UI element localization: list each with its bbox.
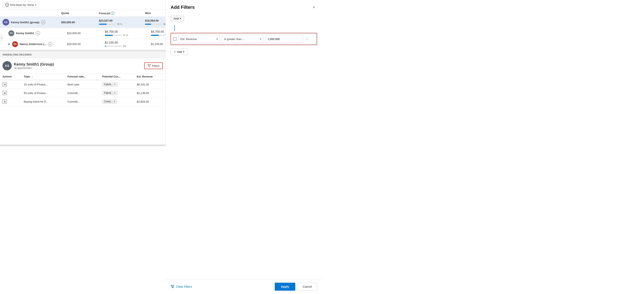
row-kenny[interactable]: KS Kenny Smith1 + $10,000.00 $4,700.00 4…	[0, 28, 165, 39]
row-nancy[interactable]: ▶ NA Nancy Anderrson (... + $20,000.00 $…	[0, 39, 165, 50]
progress-bar-kenny: 47 %	[105, 34, 151, 36]
name-nancy: Nancy Anderrson (...	[20, 42, 46, 46]
panel-title: Add Filters	[170, 4, 195, 10]
topic-2: 55 units of Produc...	[21, 89, 65, 97]
and-label: And	[174, 17, 178, 20]
customer-chip-2: Fabrik... ×	[102, 91, 117, 95]
topic-1: 15 units of Produc...	[21, 80, 65, 89]
col-topic[interactable]: Topic ↑	[21, 73, 65, 80]
forecast-cat-1: Best case	[65, 80, 100, 89]
progress-fill-3	[105, 46, 106, 47]
more-options-button[interactable]: ···	[305, 37, 310, 41]
forecast-cat-2: Committ...	[65, 89, 100, 97]
action-icon-1[interactable]: ⊞	[2, 82, 7, 86]
remove-customer-2[interactable]: ×	[114, 91, 116, 94]
col-won: Won	[145, 11, 166, 15]
progress-bar-nancy: 6%	[105, 45, 151, 47]
col-quota: Quota	[61, 11, 99, 15]
col-potential-cus: Potential Cus...	[100, 73, 134, 80]
filter-condition-row: Est. Revenue ▾ Is greater than ... ▾ ···	[170, 33, 317, 45]
add-icon-kenny[interactable]: +	[36, 31, 40, 35]
close-button[interactable]: ×	[311, 4, 317, 10]
filter-field-label: Est. Revenue	[180, 37, 197, 41]
drill-down-button[interactable]: + Drill down by: None ▾	[2, 2, 39, 8]
progress-track-2	[105, 35, 122, 36]
won-track-2	[151, 35, 166, 36]
filter-value-input[interactable]	[265, 35, 303, 43]
filter-checkbox[interactable]	[173, 37, 176, 41]
group-row-kenny[interactable]: KS Kenny Smith1 (group) + $50,000.00 $23…	[0, 17, 165, 28]
forecast-cat-3: Committ...	[65, 97, 100, 106]
horizontal-scrollbar-bottom[interactable]	[0, 144, 166, 146]
action-icon-2[interactable]: ⊞	[2, 91, 7, 95]
revenue-1: $6,331.00	[134, 80, 165, 89]
filter-operator-select[interactable]: Is greater than ... ▾	[222, 35, 264, 43]
info-icon[interactable]: i	[111, 11, 114, 15]
action-icon-3[interactable]: ⊞	[2, 99, 7, 104]
col-est-revenue: Est. Revenue	[134, 73, 165, 80]
won-val-kenny-group: 36	[163, 23, 166, 25]
table-header: Quota Forecast i Won	[0, 10, 165, 17]
pct-label-kenny: 47 %	[123, 34, 128, 36]
table-row: ⊞ 15 units of Produc... Best case Fabrik…	[0, 80, 165, 89]
underlying-section-label: UNDERLYING RECORDS	[0, 51, 165, 58]
won-amount-kenny: $4,700.00	[151, 30, 166, 33]
forecast-amount-kenny-group: $23,027.00	[99, 19, 145, 22]
data-table-container: Actions Topic ↑ Forecast cate... Potenti…	[0, 73, 165, 106]
remove-customer-1[interactable]: ×	[114, 83, 116, 86]
progress-fill	[99, 24, 107, 25]
entity-text: Kenny Smith1 (Group) All opportunities	[14, 62, 54, 69]
customer-chip-1: Fabrik... ×	[102, 82, 117, 86]
filter-operator-label: Is greater than ...	[224, 37, 244, 41]
avatar-entity: KS	[2, 61, 12, 70]
person-cell-nancy: ▶ NA Nancy Anderrson (... +	[8, 41, 67, 47]
progress-fill-2	[105, 35, 113, 36]
filter-field-select[interactable]: Est. Revenue ▾	[178, 35, 220, 43]
add-plus-icon: +	[174, 50, 176, 53]
remove-customer-3[interactable]: ×	[114, 100, 115, 103]
add-condition-button[interactable]: + Add ▾	[170, 48, 188, 55]
forecast-amount-nancy: $1,155.00	[105, 41, 151, 44]
progress-bar-kenny-group: 46 %	[99, 23, 145, 25]
won-kenny-group: $18,084.00 36	[145, 19, 166, 25]
operator-chevron-icon: ▾	[260, 38, 261, 40]
add-icon-kenny-group[interactable]: +	[41, 20, 45, 24]
name-kenny: Kenny Smith1	[16, 32, 34, 35]
entity-header: KS Kenny Smith1 (Group) All opportunitie…	[0, 58, 165, 73]
forecast-nancy: $1,155.00 6%	[105, 41, 151, 47]
customer-label-2: Fabrik...	[104, 91, 113, 94]
filters-btn-label: Filters	[152, 64, 160, 67]
and-button[interactable]: And ▾	[170, 15, 184, 21]
quota-kenny-group: $50,000.00	[61, 21, 99, 24]
expand-icon-nancy[interactable]: ▶	[8, 43, 10, 45]
panel-header: Add Filters ×	[170, 4, 317, 10]
won-fill-2	[151, 35, 159, 36]
pct-label-kenny-group: 46 %	[117, 23, 122, 25]
top-bar: + Drill down by: None ▾	[0, 0, 165, 10]
revenue-2: $2,139.00	[134, 89, 165, 97]
drill-down-label: Drill down by: None	[10, 3, 34, 6]
customer-chip-3: Conto... ×	[102, 99, 117, 104]
add-chevron-icon: ▾	[183, 50, 184, 53]
person-cell-kenny-group: KS Kenny Smith1 (group) +	[2, 19, 61, 25]
sort-icon-topic: ↑	[32, 75, 33, 78]
progress-track-3	[105, 46, 122, 47]
add-icon-nancy[interactable]: +	[48, 42, 52, 46]
entity-title: Kenny Smith1 (Group)	[14, 62, 54, 67]
revenue-3: $2,804.00	[134, 97, 165, 106]
entity-info: KS Kenny Smith1 (Group) All opportunitie…	[2, 61, 54, 70]
won-amount-kenny-group: $18,084.00	[145, 19, 166, 22]
customer-label-1: Fabrik...	[104, 83, 113, 86]
drill-down-icon: +	[5, 3, 9, 7]
topic-3: Buying intent for P...	[21, 97, 65, 106]
scroll-left-button[interactable]: ‹	[0, 33, 3, 42]
entity-subtitle: All opportunities	[14, 67, 54, 69]
table-row: ⊞ Buying intent for P... Committ... Cont…	[0, 97, 165, 106]
name-kenny-group: Kenny Smith1 (group)	[11, 21, 40, 24]
quota-kenny: $10,000.00	[67, 32, 105, 35]
avatar-kenny: KS	[8, 30, 14, 36]
filters-button[interactable]: Filters	[144, 62, 163, 69]
won-fill	[145, 24, 151, 25]
forecast-amount-kenny: $4,700.00	[105, 30, 151, 33]
customer-label-3: Conto...	[104, 100, 113, 103]
